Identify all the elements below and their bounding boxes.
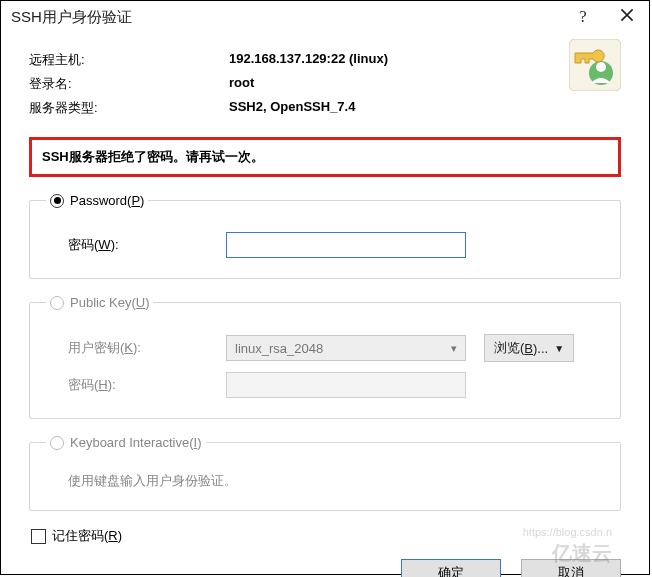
watermark-brand: 亿速云 [523, 540, 612, 567]
login-row: 登录名: root [29, 75, 621, 93]
server-type-row: 服务器类型: SSH2, OpenSSH_7.4 [29, 99, 621, 117]
keyboard-radio[interactable]: Keyboard Interactive(I) [46, 435, 206, 450]
userkey-combo[interactable]: linux_rsa_2048 ▾ [226, 335, 466, 361]
publickey-group: Public Key(U) 用户密钥(K): linux_rsa_2048 ▾ … [29, 295, 621, 419]
keyboard-group: Keyboard Interactive(I) 使用键盘输入用户身份验证。 [29, 435, 621, 511]
password-radio[interactable]: Password(P) [46, 193, 148, 208]
userkey-label: 用户密钥(K): [46, 339, 226, 357]
ssh-auth-dialog: SSH用户身份验证 ? 远程主机: 192.168.137.129:22 (li… [0, 0, 650, 575]
password-legend-accel: P [131, 193, 140, 208]
login-value: root [229, 75, 254, 93]
dialog-title: SSH用户身份验证 [11, 8, 561, 27]
remember-checkbox[interactable] [31, 529, 46, 544]
close-button[interactable] [605, 1, 649, 33]
svg-point-2 [596, 62, 606, 72]
passphrase-label: 密码(H): [46, 376, 226, 394]
watermark-url: https://blog.csdn.n [523, 526, 612, 538]
radio-password[interactable] [50, 194, 64, 208]
watermark: https://blog.csdn.n 亿速云 [523, 526, 612, 567]
password-label: 密码(W): [46, 236, 226, 254]
help-button[interactable]: ? [561, 1, 605, 33]
password-input[interactable] [226, 232, 466, 258]
publickey-legend-prefix: Public Key( [70, 295, 136, 310]
userkey-value: linux_rsa_2048 [235, 341, 323, 356]
titlebar: SSH用户身份验证 ? [1, 1, 649, 33]
radio-keyboard[interactable] [50, 436, 64, 450]
server-type-label: 服务器类型: [29, 99, 229, 117]
remember-label: 记住密码(R) [52, 527, 122, 545]
radio-publickey[interactable] [50, 296, 64, 310]
keyboard-hint: 使用键盘输入用户身份验证。 [46, 472, 604, 490]
key-user-icon [569, 39, 621, 91]
chevron-down-icon: ▼ [554, 343, 564, 354]
close-icon [620, 8, 634, 26]
password-legend-prefix: Password( [70, 193, 131, 208]
help-icon: ? [579, 8, 586, 26]
browse-button[interactable]: 浏览(B)... ▼ [484, 334, 574, 362]
passphrase-input [226, 372, 466, 398]
login-label: 登录名: [29, 75, 229, 93]
publickey-legend-accel: U [136, 295, 145, 310]
password-legend-suffix: ) [140, 193, 144, 208]
ok-button[interactable]: 确定 [401, 559, 501, 577]
chevron-down-icon: ▾ [451, 342, 457, 355]
error-message: SSH服务器拒绝了密码。请再试一次。 [29, 137, 621, 177]
remote-host-row: 远程主机: 192.168.137.129:22 (linux) [29, 51, 621, 69]
publickey-radio[interactable]: Public Key(U) [46, 295, 153, 310]
remote-host-value: 192.168.137.129:22 (linux) [229, 51, 388, 69]
publickey-legend-suffix: ) [145, 295, 149, 310]
password-row: 密码(W): [46, 232, 604, 258]
keyboard-legend-suffix: ) [197, 435, 201, 450]
userkey-row: 用户密钥(K): linux_rsa_2048 ▾ 浏览(B)... ▼ [46, 334, 604, 362]
remote-host-label: 远程主机: [29, 51, 229, 69]
passphrase-row: 密码(H): [46, 372, 604, 398]
keyboard-legend-prefix: Keyboard Interactive( [70, 435, 194, 450]
password-group: Password(P) 密码(W): [29, 193, 621, 279]
server-type-value: SSH2, OpenSSH_7.4 [229, 99, 355, 117]
